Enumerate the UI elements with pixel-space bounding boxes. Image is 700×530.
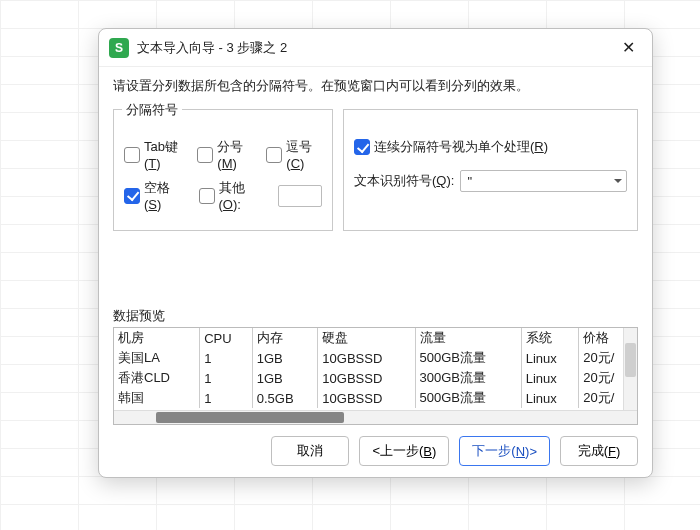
label: 空格(S) [144,179,187,212]
delimiter-comma[interactable]: 逗号(C) [266,138,322,171]
scroll-thumb[interactable] [156,412,344,423]
table-header-cell: 内存 [252,328,318,348]
next-button[interactable]: 下一步(N)> [459,436,550,466]
vertical-scrollbar[interactable] [623,328,637,410]
table-row: 香港CLD11GB10GBSSD300GB流量Linux20元/ [114,368,637,388]
delimiter-space[interactable]: 空格(S) [124,179,187,212]
label: 分号(M) [217,138,254,171]
cancel-button[interactable]: 取消 [271,436,349,466]
table-cell: 500GB流量 [415,388,521,408]
label: 逗号(C) [286,138,322,171]
label: 连续分隔符号视为单个处理(R) [374,138,548,156]
horizontal-scrollbar[interactable] [114,410,637,424]
delimiter-tab[interactable]: Tab键(T) [124,138,185,171]
delimiter-semicolon[interactable]: 分号(M) [197,138,254,171]
table-header-cell: CPU [200,328,253,348]
text-import-wizard-dialog: S 文本导入向导 - 3 步骤之 2 ✕ 请设置分列数据所包含的分隔符号。在预览… [98,28,653,478]
table-cell: 500GB流量 [415,348,521,368]
checkbox-icon [124,147,140,163]
table-cell: 1GB [252,368,318,388]
table-header-row: 机房CPU内存硬盘流量系统价格 [114,328,637,348]
checkbox-icon [197,147,213,163]
checkbox-icon [199,188,215,204]
back-button[interactable]: <上一步(B) [359,436,449,466]
table-cell: 10GBSSD [318,348,415,368]
close-icon: ✕ [622,38,635,57]
text-qualifier-select[interactable]: " [460,170,627,192]
app-icon: S [109,38,129,58]
close-button[interactable]: ✕ [614,34,642,62]
table-cell: 1 [200,388,253,408]
table-cell: 0.5GB [252,388,318,408]
table-cell: Linux [521,348,579,368]
table-cell: 1 [200,368,253,388]
window-title: 文本导入向导 - 3 步骤之 2 [137,39,614,57]
preview-box: 机房CPU内存硬盘流量系统价格美国LA11GB10GBSSD500GB流量Lin… [113,327,638,425]
table-cell: 1 [200,348,253,368]
scroll-thumb[interactable] [625,343,636,377]
delimiter-legend: 分隔符号 [122,101,182,119]
checkbox-icon [124,188,140,204]
label: 其他(O): [219,179,267,212]
delimiter-fieldset: 分隔符号 Tab键(T) 分号(M) 逗号(C) [113,109,333,231]
titlebar: S 文本导入向导 - 3 步骤之 2 ✕ [99,29,652,67]
table-cell: 1GB [252,348,318,368]
button-bar: 取消 <上一步(B) 下一步(N)> 完成(F) [99,425,652,477]
table-cell: 美国LA [114,348,200,368]
table-header-cell: 系统 [521,328,579,348]
table-row: 韩国10.5GB10GBSSD500GB流量Linux20元/ [114,388,637,408]
delimiter-other[interactable]: 其他(O): [199,179,267,212]
table-cell: 香港CLD [114,368,200,388]
table-cell: 韩国 [114,388,200,408]
table-cell: 10GBSSD [318,368,415,388]
checkbox-icon [266,147,282,163]
treat-consecutive-checkbox[interactable]: 连续分隔符号视为单个处理(R) [354,138,548,156]
dialog-content: 请设置分列数据所包含的分隔符号。在预览窗口内可以看到分列的效果。 分隔符号 Ta… [99,67,652,425]
label: Tab键(T) [144,138,185,171]
instruction-text: 请设置分列数据所包含的分隔符号。在预览窗口内可以看到分列的效果。 [113,77,638,95]
table-cell: Linux [521,388,579,408]
table-header-cell: 流量 [415,328,521,348]
table-header-cell: 硬盘 [318,328,415,348]
table-header-cell: 机房 [114,328,200,348]
table-cell: 10GBSSD [318,388,415,408]
text-qualifier-value: " [467,174,472,189]
preview-table: 机房CPU内存硬盘流量系统价格美国LA11GB10GBSSD500GB流量Lin… [114,328,637,408]
checkbox-icon [354,139,370,155]
chevron-down-icon [614,179,622,183]
table-cell: Linux [521,368,579,388]
delimiter-other-input[interactable] [278,185,322,207]
preview-label: 数据预览 [113,307,638,325]
finish-button[interactable]: 完成(F) [560,436,638,466]
text-qualifier-label: 文本识别符号(Q): [354,172,454,190]
options-fieldset: 连续分隔符号视为单个处理(R) 文本识别符号(Q): " [343,109,638,231]
table-cell: 300GB流量 [415,368,521,388]
table-row: 美国LA11GB10GBSSD500GB流量Linux20元/ [114,348,637,368]
